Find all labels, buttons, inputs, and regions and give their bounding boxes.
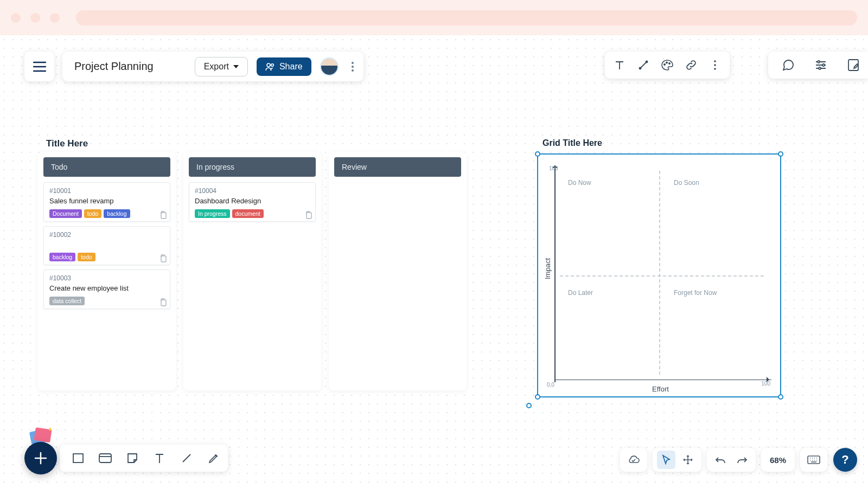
kanban-card[interactable]: #10003Create new employee listdata colle… [43, 269, 170, 309]
x-axis [554, 380, 771, 381]
grid-divider-horizontal [560, 275, 764, 277]
window-maximize-icon[interactable] [50, 13, 60, 23]
people-icon [265, 62, 275, 71]
resize-handle-bl[interactable] [535, 394, 540, 400]
svg-point-6 [646, 61, 648, 63]
axis-origin: 0,0 [547, 382, 554, 388]
svg-rect-26 [808, 456, 820, 464]
line-tool-button[interactable] [632, 54, 655, 76]
share-button[interactable]: Share [257, 57, 311, 76]
settings-button[interactable] [809, 54, 832, 76]
redo-icon [737, 456, 748, 464]
undo-button[interactable] [711, 451, 730, 469]
line-icon [181, 452, 193, 464]
more-vertical-icon [352, 62, 354, 72]
header-more-button[interactable] [347, 62, 358, 72]
lane-header[interactable]: In progress [189, 157, 316, 177]
text-tool-button[interactable] [608, 54, 631, 76]
card-menu-button[interactable] [159, 254, 167, 262]
cloud-check-icon [627, 455, 640, 465]
right-dock [768, 52, 868, 79]
card-tags: data collect [49, 297, 164, 305]
grid-title[interactable]: Grid Title Here [542, 138, 792, 148]
grid-divider-vertical [659, 171, 660, 375]
svg-point-14 [822, 64, 825, 66]
card-title: Create new employee list [49, 284, 164, 292]
pointer-mode-button[interactable] [657, 451, 675, 469]
keyboard-icon [807, 455, 820, 464]
tag: In progress [195, 209, 230, 218]
redo-button[interactable] [733, 451, 751, 469]
svg-point-1 [271, 63, 274, 66]
lane-header[interactable]: Review [334, 157, 461, 177]
window-minimize-icon[interactable] [30, 13, 40, 23]
shape-toolbar [60, 445, 228, 472]
canvas[interactable]: Project Planning Export Share [0, 35, 868, 488]
address-bar[interactable] [76, 10, 857, 25]
document-title[interactable]: Project Planning [74, 60, 154, 73]
svg-rect-18 [161, 256, 166, 262]
link-button[interactable] [680, 54, 703, 76]
kanban-card[interactable]: #10004Dashboard RedesignIn progressdocum… [189, 182, 316, 222]
svg-rect-25 [99, 454, 111, 463]
comments-button[interactable] [777, 54, 800, 76]
kanban-lane[interactable]: Review [329, 152, 467, 390]
svg-rect-24 [73, 454, 83, 463]
svg-point-8 [666, 62, 667, 63]
sliders-icon [814, 59, 827, 71]
window-close-icon[interactable] [11, 13, 21, 23]
zoom-group[interactable]: 68% [761, 448, 795, 472]
sticky-note-icon [126, 452, 138, 464]
rotate-handle[interactable] [526, 403, 532, 408]
browser-chrome [0, 0, 868, 35]
svg-point-10 [714, 60, 716, 62]
kanban-card[interactable]: #10002backlogtodo [43, 226, 170, 265]
svg-point-11 [714, 64, 716, 66]
quadrant-label-bl: Do Later [568, 289, 593, 297]
svg-point-9 [669, 63, 670, 64]
svg-point-7 [664, 64, 665, 65]
kanban-card[interactable]: #10001Sales funnel revampDocumenttodobac… [43, 182, 170, 222]
color-picker-button[interactable] [656, 54, 679, 76]
svg-point-13 [818, 61, 820, 63]
sync-status-button[interactable] [624, 451, 643, 469]
resize-handle-tr[interactable] [778, 151, 783, 157]
card-title [49, 241, 164, 248]
user-avatar[interactable] [320, 57, 339, 76]
quadrant-label-br: Forget for Now [674, 289, 717, 297]
view-toolbar: 68% [620, 448, 827, 472]
resize-handle-br[interactable] [778, 394, 783, 400]
tag: document [232, 209, 264, 218]
edit-note-icon [847, 59, 859, 72]
priority-grid-widget[interactable]: Grid Title Here Do Now Do Soon Do Later … [537, 138, 792, 397]
notes-button[interactable] [842, 54, 865, 76]
card-id: #10004 [195, 187, 310, 195]
sticky-note-tool[interactable] [124, 450, 141, 467]
priority-grid[interactable]: Do Now Do Soon Do Later Forget for Now I… [537, 153, 781, 397]
card-menu-button[interactable] [305, 211, 312, 219]
undo-icon [715, 456, 726, 464]
main-menu-button[interactable] [24, 52, 54, 81]
export-button[interactable]: Export [195, 57, 248, 76]
text-shape-tool[interactable] [151, 450, 168, 467]
pan-mode-button[interactable] [679, 451, 697, 469]
text-icon [614, 59, 626, 71]
kanban-lane[interactable]: In progress#10004Dashboard RedesignIn pr… [183, 152, 321, 390]
resize-handle-tl[interactable] [535, 151, 540, 157]
lane-header[interactable]: Todo [43, 157, 170, 177]
help-button[interactable]: ? [833, 448, 857, 472]
kanban-board[interactable]: Todo#10001Sales funnel revampDocumenttod… [38, 152, 467, 390]
keyboard-shortcuts-button[interactable] [800, 448, 827, 472]
selection-toolbar [605, 52, 730, 79]
card-menu-button[interactable] [159, 298, 167, 306]
line-shape-tool[interactable] [178, 450, 195, 467]
kanban-title[interactable]: Title Here [46, 138, 88, 149]
selection-more-button[interactable] [704, 54, 726, 76]
card-tool[interactable] [97, 450, 114, 467]
svg-point-15 [819, 67, 821, 69]
card-menu-button[interactable] [159, 211, 167, 219]
rectangle-tool[interactable] [69, 450, 87, 467]
add-button[interactable] [24, 442, 57, 474]
kanban-lane[interactable]: Todo#10001Sales funnel revampDocumenttod… [38, 152, 176, 390]
pen-tool[interactable] [205, 450, 222, 467]
